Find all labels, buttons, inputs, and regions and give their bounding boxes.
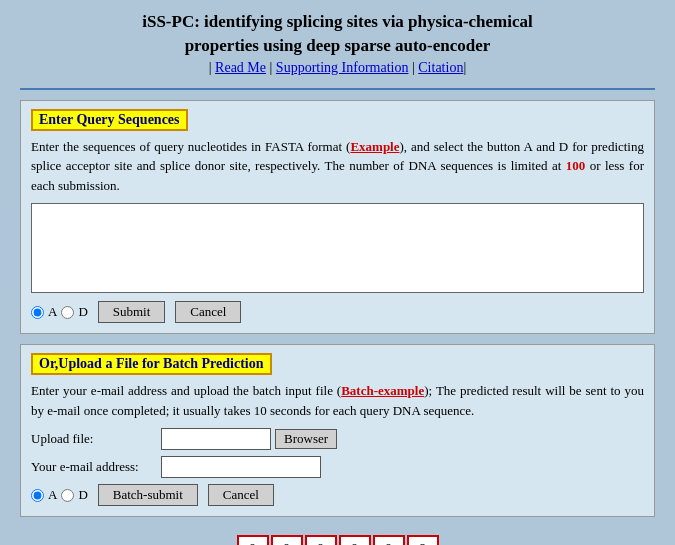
query-section-title: Enter Query Sequences [31,109,188,131]
page-header: iSS-PC: identifying splicing sites via p… [142,10,533,76]
query-controls: A D Submit Cancel [31,301,644,323]
supporting-link[interactable]: Supporting Information [276,60,409,75]
batch-example-link[interactable]: Batch-example [341,383,424,398]
submit-button[interactable]: Submit [98,301,166,323]
radio-a-batch[interactable] [31,489,44,502]
batch-controls: A D Batch-submit Cancel [31,484,644,506]
email-row: Your e-mail address: [31,456,644,478]
example-link[interactable]: Example [350,139,399,154]
radio-group-batch: A D [31,487,88,503]
upload-input[interactable] [161,428,271,450]
batch-radio-d-label: D [78,487,87,503]
radio-d-query[interactable] [61,306,74,319]
counter-digit-3: 0 [339,535,371,545]
header-divider [20,88,655,90]
radio-group-query: A D [31,304,88,320]
email-input[interactable] [161,456,321,478]
visit-counter: 000008 [237,535,439,545]
radio-a-query[interactable] [31,306,44,319]
counter-digit-5: 8 [407,535,439,545]
counter-digit-0: 0 [237,535,269,545]
batch-section-title: Or,Upload a File for Batch Prediction [31,353,272,375]
batch-section: Or,Upload a File for Batch Prediction En… [20,344,655,517]
citation-link[interactable]: Citation [418,60,463,75]
page-title: iSS-PC: identifying splicing sites via p… [142,10,533,58]
query-section: Enter Query Sequences Enter the sequence… [20,100,655,335]
email-label: Your e-mail address: [31,459,161,475]
counter-digit-1: 0 [271,535,303,545]
radio-a-label: A [48,304,57,320]
nav-links: | Read Me | Supporting Information | Cit… [142,60,533,76]
batch-submit-button[interactable]: Batch-submit [98,484,198,506]
counter-digit-4: 0 [373,535,405,545]
fasta-textarea[interactable] [31,203,644,293]
limit-number: 100 [566,158,586,173]
query-section-desc: Enter the sequences of query nucleotides… [31,137,644,196]
cancel-button[interactable]: Cancel [175,301,241,323]
readme-link[interactable]: Read Me [215,60,266,75]
batch-radio-a-label: A [48,487,57,503]
upload-row: Upload file: Browser [31,428,644,450]
browser-button[interactable]: Browser [275,429,337,449]
radio-d-batch[interactable] [61,489,74,502]
batch-cancel-button[interactable]: Cancel [208,484,274,506]
upload-label: Upload file: [31,431,161,447]
radio-d-label: D [78,304,87,320]
counter-digit-2: 0 [305,535,337,545]
batch-section-desc: Enter your e-mail address and upload the… [31,381,644,420]
